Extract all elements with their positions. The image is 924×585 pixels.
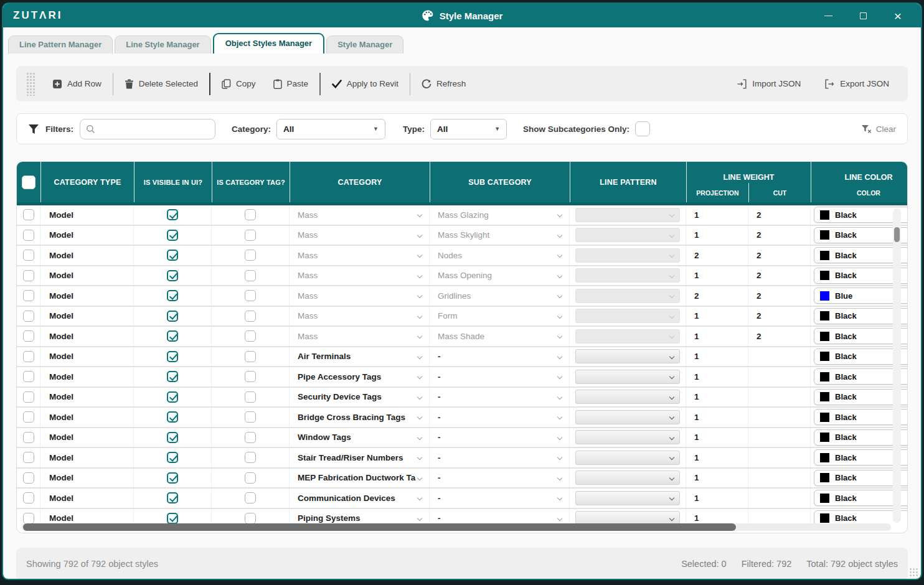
is-category-tag-checkbox[interactable] <box>245 290 256 301</box>
is-category-tag-checkbox[interactable] <box>245 472 256 484</box>
is-category-tag-checkbox[interactable] <box>245 452 256 463</box>
row-select-checkbox[interactable] <box>23 330 34 342</box>
category-dropdown[interactable]: Mass <box>290 327 430 346</box>
line-weight-projection-value[interactable]: 2 <box>694 291 699 301</box>
line-weight-cut-value[interactable]: 2 <box>757 332 761 341</box>
subcategory-dropdown[interactable]: Nodes <box>430 246 570 265</box>
row-select-checkbox[interactable] <box>23 513 34 523</box>
line-weight-projection-value[interactable]: 1 <box>694 433 699 442</box>
is-visible-checkbox[interactable] <box>167 290 178 301</box>
line-weight-cut-value[interactable]: 2 <box>757 311 761 321</box>
category-dropdown[interactable]: Security Device Tags <box>290 388 430 407</box>
row-select-checkbox[interactable] <box>23 492 34 503</box>
is-visible-checkbox[interactable] <box>167 209 178 220</box>
row-select-checkbox[interactable] <box>23 411 34 423</box>
vertical-scrollbar-thumb[interactable] <box>894 227 900 242</box>
refresh-button[interactable]: Refresh <box>413 72 474 96</box>
apply-to-revit-button[interactable]: Apply to Revit <box>323 72 407 96</box>
row-select-checkbox[interactable] <box>23 432 34 443</box>
row-select-checkbox[interactable] <box>23 270 34 281</box>
is-visible-checkbox[interactable] <box>167 330 178 342</box>
row-select-checkbox[interactable] <box>23 371 34 382</box>
header-category[interactable]: CATEGORY <box>290 162 430 202</box>
is-visible-checkbox[interactable] <box>167 452 178 463</box>
search-input[interactable] <box>100 124 209 134</box>
minimize-button[interactable] <box>819 7 837 24</box>
header-line-pattern[interactable]: LINE PATTERN <box>570 162 686 202</box>
line-weight-projection-value[interactable]: 1 <box>694 210 699 220</box>
line-pattern-dropdown[interactable] <box>575 390 680 404</box>
header-is-category-tag[interactable]: IS CATEGORY TAG? <box>212 162 290 202</box>
is-visible-checkbox[interactable] <box>167 351 178 362</box>
is-category-tag-checkbox[interactable] <box>245 209 256 220</box>
header-is-visible[interactable]: IS VISIBLE IN UI? <box>134 162 212 202</box>
row-select-checkbox[interactable] <box>23 209 34 220</box>
line-pattern-dropdown[interactable] <box>575 511 680 523</box>
row-select-checkbox[interactable] <box>23 290 34 301</box>
line-weight-projection-value[interactable]: 2 <box>694 251 699 260</box>
line-weight-projection-value[interactable]: 1 <box>694 453 699 462</box>
copy-button[interactable]: Copy <box>213 72 265 96</box>
subcategory-dropdown[interactable]: Gridlines <box>430 286 570 306</box>
is-category-tag-checkbox[interactable] <box>245 411 256 423</box>
category-dropdown[interactable]: Mass <box>290 266 430 286</box>
line-weight-cut-value[interactable]: 2 <box>757 210 761 220</box>
export-json-button[interactable]: Export JSON <box>816 72 898 96</box>
line-pattern-dropdown[interactable] <box>575 349 680 363</box>
category-dropdown[interactable]: Mass <box>290 307 430 326</box>
row-select-checkbox[interactable] <box>23 452 34 463</box>
category-dropdown[interactable]: Air Terminals <box>290 347 430 367</box>
line-pattern-dropdown[interactable] <box>575 451 680 465</box>
is-category-tag-checkbox[interactable] <box>245 492 256 503</box>
subcategory-dropdown[interactable]: Mass Skylight <box>430 226 570 245</box>
line-weight-cut-value[interactable]: 2 <box>757 291 761 301</box>
horizontal-scrollbar-thumb[interactable] <box>23 523 736 531</box>
is-category-tag-checkbox[interactable] <box>245 250 256 261</box>
subcategory-dropdown[interactable]: - <box>430 509 570 524</box>
category-dropdown[interactable]: Mass <box>290 286 430 306</box>
is-category-tag-checkbox[interactable] <box>245 330 256 342</box>
header-color[interactable]: COLOR <box>811 183 908 202</box>
category-filter-select[interactable]: All ▼ <box>276 119 385 139</box>
header-line-color[interactable]: LINE COLOR <box>811 162 908 183</box>
is-category-tag-checkbox[interactable] <box>245 311 256 322</box>
subcategory-dropdown[interactable]: - <box>430 347 570 367</box>
maximize-button[interactable] <box>854 7 872 24</box>
close-button[interactable]: × <box>889 7 907 24</box>
is-category-tag-checkbox[interactable] <box>245 351 256 362</box>
subcategory-dropdown[interactable]: - <box>430 489 570 508</box>
toolbar-drag-handle[interactable] <box>26 72 35 96</box>
is-visible-checkbox[interactable] <box>167 472 178 484</box>
line-weight-projection-value[interactable]: 1 <box>694 311 699 321</box>
category-dropdown[interactable]: Bridge Cross Bracing Tags <box>290 408 430 427</box>
is-category-tag-checkbox[interactable] <box>245 230 256 241</box>
delete-selected-button[interactable]: Delete Selected <box>116 72 207 96</box>
row-select-checkbox[interactable] <box>23 230 34 241</box>
is-category-tag-checkbox[interactable] <box>245 432 256 443</box>
is-visible-checkbox[interactable] <box>167 230 178 241</box>
line-pattern-dropdown[interactable] <box>575 491 680 505</box>
line-pattern-dropdown[interactable] <box>575 309 680 323</box>
is-visible-checkbox[interactable] <box>167 391 178 403</box>
line-weight-projection-value[interactable]: 1 <box>694 352 699 361</box>
line-weight-cut-value[interactable]: 2 <box>757 251 761 260</box>
line-pattern-dropdown[interactable] <box>575 228 680 242</box>
subcategory-dropdown[interactable]: Mass Glazing <box>430 205 570 225</box>
clear-filters-button[interactable]: Clear <box>861 124 896 134</box>
category-dropdown[interactable]: Stair Tread/Riser Numbers <box>290 448 430 467</box>
subcategory-dropdown[interactable]: Form <box>430 307 570 326</box>
category-dropdown[interactable]: MEP Fabrication Ductwork Ta <box>290 469 430 488</box>
is-visible-checkbox[interactable] <box>167 250 178 261</box>
line-weight-projection-value[interactable]: 1 <box>694 513 699 523</box>
is-category-tag-checkbox[interactable] <box>245 371 256 382</box>
line-pattern-dropdown[interactable] <box>575 430 680 444</box>
line-weight-projection-value[interactable]: 1 <box>694 230 699 240</box>
row-select-checkbox[interactable] <box>23 472 34 484</box>
line-pattern-dropdown[interactable] <box>575 208 680 222</box>
show-subcategories-checkbox[interactable] <box>635 121 650 136</box>
header-category-type[interactable]: CATEGORY TYPE <box>40 162 134 202</box>
line-pattern-dropdown[interactable] <box>575 370 680 384</box>
is-visible-checkbox[interactable] <box>167 411 178 423</box>
subcategory-dropdown[interactable]: - <box>430 428 570 447</box>
select-all-checkbox[interactable] <box>22 176 35 189</box>
